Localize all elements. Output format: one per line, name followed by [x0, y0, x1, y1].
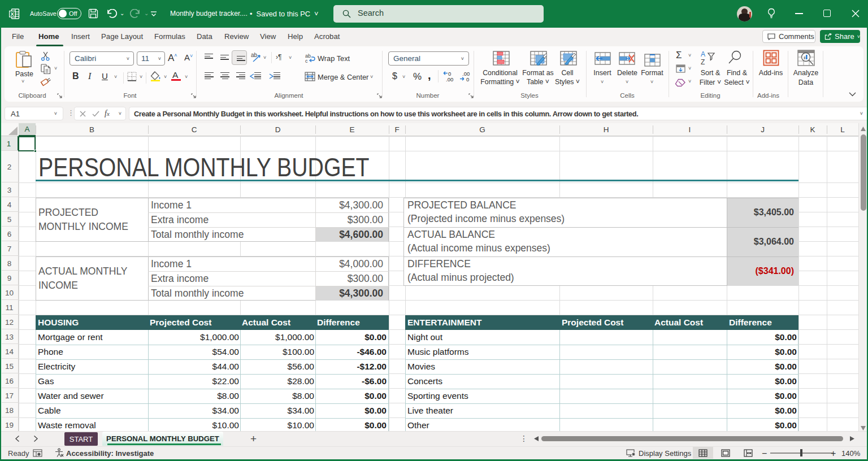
svg-text:Z: Z: [701, 58, 705, 66]
svg-text:ab: ab: [251, 52, 258, 58]
svg-text:c: c: [305, 58, 308, 63]
svg-text:A: A: [701, 51, 705, 58]
svg-text:.00: .00: [446, 76, 453, 82]
svg-text:X: X: [11, 11, 15, 17]
